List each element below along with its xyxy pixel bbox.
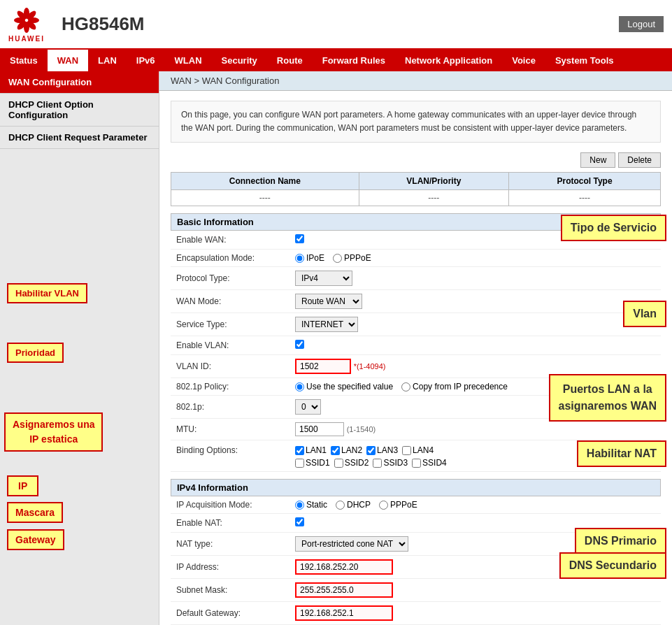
wan-config-table: Connection Name VLAN/Priority Protocol T… [171,172,661,206]
nav-network-application[interactable]: Network Application [395,50,502,71]
service-type-select[interactable]: INTERNET TR069 VOIP OTHER [295,317,358,332]
mtu-row: MTU: (1-1540) [171,419,661,440]
mtu-input[interactable] [295,422,344,436]
annotation-puertos-lan: Puertos LAN a laasignaremos WAN [549,374,666,422]
encap-pppoe[interactable]: PPPoE [333,253,371,263]
ip-mode-label: IP Acquisition Mode: [176,500,295,510]
wan-mode-control: Route WAN Bridge WAN [295,294,661,309]
ssid3-checkbox[interactable] [373,459,382,468]
annotation-dns-secundario: DNS Secundario [559,552,666,579]
cell-connection: ---- [171,190,359,206]
vlan-id-input[interactable] [295,359,351,374]
lan4-checkbox[interactable] [402,446,411,455]
nav-status[interactable]: Status [0,50,48,71]
device-name: HG8546M [62,13,619,35]
annotation-mascara: Mascara [7,502,63,523]
table-row: ---- ---- ---- [171,190,661,206]
nav-security[interactable]: Security [212,50,267,71]
nav-route[interactable]: Route [267,50,313,71]
encap-control: IPoE PPPoE [295,253,661,263]
wan-mode-select[interactable]: Route WAN Bridge WAN [295,294,362,309]
nat-checkbox[interactable] [295,517,304,526]
ip-dhcp[interactable]: DHCP [336,500,371,510]
info-box: On this page, you can configure WAN port… [171,101,661,143]
ssid1-label[interactable]: SSID1 [295,458,330,468]
delete-button[interactable]: Delete [618,152,661,168]
lan3-label[interactable]: LAN3 [366,445,398,455]
gateway-row: Default Gateway: [171,602,661,625]
annotation-asignar-ip: Asignaremos unaIP estatica [4,412,103,452]
protocol-control: IPv4 IPv6 IPv4/IPv6 [295,271,661,286]
gateway-control [295,605,661,621]
annotation-prioridad: Prioridad [7,343,64,363]
sidebar-item-dhcp-option[interactable]: DHCP Client Option Configuration [0,94,159,127]
vlan-id-label: VLAN ID: [176,361,295,371]
huawei-logo-icon [8,6,45,35]
enable-wan-checkbox[interactable] [295,234,304,243]
nat-control [295,517,661,529]
brand-label: HUAWEI [8,35,45,43]
ip-static[interactable]: Static [295,500,327,510]
basic-info-section: Basic Information Enable WAN: Encapsulat… [171,213,661,472]
ssid2-label[interactable]: SSID2 [334,458,369,468]
header: HUAWEI HG8546M Logout [0,0,672,50]
nav-ipv6[interactable]: IPv6 [127,50,165,71]
lan3-checkbox[interactable] [366,446,376,455]
lan2-checkbox[interactable] [331,446,340,455]
lan1-label[interactable]: LAN1 [295,445,327,455]
logout-button[interactable]: Logout [619,16,664,32]
vlan-id-hint: *(1-4094) [354,362,386,371]
ip-address-input[interactable] [295,559,393,575]
annotation-ip: IP [7,475,38,496]
gateway-label: Default Gateway: [176,608,295,618]
policy-copy[interactable]: Copy from IP precedence [401,382,508,391]
wan-mode-row: WAN Mode: Route WAN Bridge WAN [171,290,661,313]
protocol-select[interactable]: IPv4 IPv6 IPv4/IPv6 [295,271,352,286]
enable-vlan-control [295,340,661,351]
nav-wlan[interactable]: WLAN [165,50,212,71]
nav-voice[interactable]: Voice [502,50,545,71]
subnet-input[interactable] [295,582,393,598]
service-type-label: Service Type: [176,319,295,329]
service-type-row: Service Type: INTERNET TR069 VOIP OTHER [171,313,661,336]
col-protocol-type: Protocol Type [509,173,661,190]
logo-area: HUAWEI [8,6,45,43]
ssid4-checkbox[interactable] [412,459,421,468]
8021p-label: 802.1p: [176,402,295,412]
nav-wan[interactable]: WAN [48,50,88,71]
annotation-habilitar-vlan: Habilitar VLAN [7,283,87,303]
ip-pppoe[interactable]: PPPoE [379,500,417,510]
mtu-hint: (1-1540) [347,425,376,433]
cell-protocol: ---- [509,190,661,206]
enable-vlan-checkbox[interactable] [295,340,304,349]
ssid3-label[interactable]: SSID3 [373,458,408,468]
col-vlan-priority: VLAN/Priority [359,173,508,190]
sidebar-item-dhcp-request[interactable]: DHCP Client Request Parameter [0,127,159,149]
enable-wan-label: Enable WAN: [176,235,295,245]
encap-row: Encapsulation Mode: IPoE PPPoE [171,250,661,267]
lan4-label[interactable]: LAN4 [402,445,434,455]
gateway-input[interactable] [295,605,393,621]
policy-specified[interactable]: Use the specified value [295,382,393,391]
encap-ipoe[interactable]: IPoE [295,253,324,263]
lan2-label[interactable]: LAN2 [331,445,362,455]
lan1-checkbox[interactable] [295,446,304,455]
ssid1-checkbox[interactable] [295,459,304,468]
nav-lan[interactable]: LAN [88,50,127,71]
ssid4-label[interactable]: SSID4 [412,458,447,468]
new-button[interactable]: New [580,152,615,168]
wan-mode-label: WAN Mode: [176,296,295,306]
nav-forward-rules[interactable]: Forward Rules [313,50,395,71]
enable-vlan-label: Enable VLAN: [176,340,295,350]
ip-address-label: IP Address: [176,562,295,572]
ssid2-checkbox[interactable] [334,459,343,468]
enable-vlan-row: Enable VLAN: [171,336,661,355]
8021p-select[interactable]: 0 1 2 3 4 5 6 7 [295,399,321,415]
sidebar-item-wan-config[interactable]: WAN Configuration [0,71,159,94]
nav-system-tools[interactable]: System Tools [545,50,624,71]
cell-vlan: ---- [359,190,508,206]
nat-type-select[interactable]: Port-restricted cone NAT Full cone NAT R… [295,536,408,552]
annotation-habilitar-nat: Habilitar NAT [577,440,666,467]
ip-mode-control: Static DHCP PPPoE [295,500,661,510]
subnet-control [295,582,661,598]
